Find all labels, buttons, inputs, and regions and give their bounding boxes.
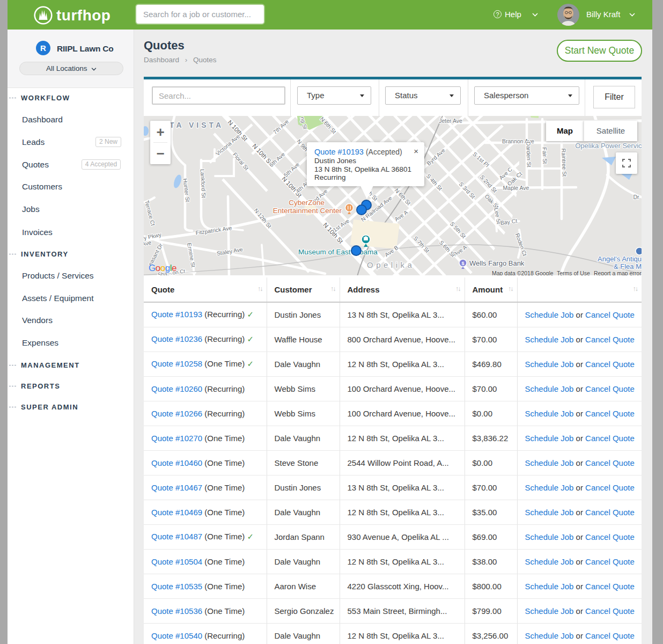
svg-text:Opelika Power Service: Opelika Power Service (575, 142, 642, 150)
svg-text:Ave: Ave (144, 239, 152, 247)
svg-text:Dr: Dr (633, 194, 639, 200)
svg-text:Opelika: Opelika (367, 260, 415, 269)
svg-text:Ave A: Ave A (393, 209, 409, 222)
svg-text:& Flea M: & Flea M (614, 262, 642, 270)
svg-text:S 1st Pl: S 1st Pl (472, 150, 490, 168)
svg-text:1st Ave: 1st Ave (332, 217, 350, 233)
svg-text:Fitzpatrick Ave: Fitzpatrick Ave (195, 224, 232, 236)
svg-text:S 5th St: S 5th St (449, 221, 467, 240)
svg-text:Jeter Ave: Jeter Ave (439, 118, 462, 124)
svg-text:Darden St: Darden St (525, 142, 533, 167)
svg-text:Bay Ct: Bay Ct (500, 217, 518, 226)
svg-text:Hunter St: Hunter St (182, 178, 191, 203)
svg-text:bama: bama (359, 248, 378, 256)
svg-text:Entertainment Center: Entertainment Center (273, 207, 342, 215)
svg-text:Terrace Ct: Terrace Ct (144, 200, 157, 226)
svg-text:7th Ave: 7th Ave (271, 118, 290, 135)
svg-text:TA VISTA: TA VISTA (170, 121, 224, 129)
svg-text:Fair St: Fair St (541, 147, 548, 164)
svg-text:Roden Ct: Roden Ct (514, 232, 528, 257)
svg-text:Ermine St: Ermine St (186, 243, 197, 268)
svg-text:Museum of East A: Museum of East A (298, 248, 357, 256)
svg-text:CyberZone: CyberZone (289, 199, 325, 207)
svg-text:Raintree St: Raintree St (561, 148, 568, 177)
svg-text:Maple Ave: Maple Ave (503, 185, 529, 191)
svg-text:Wells Fargo Bank: Wells Fargo Bank (469, 259, 525, 267)
svg-text:N 6th St: N 6th St (394, 187, 412, 206)
svg-text:Angel's Antiqu: Angel's Antiqu (598, 255, 642, 263)
svg-text:$: $ (461, 261, 464, 266)
